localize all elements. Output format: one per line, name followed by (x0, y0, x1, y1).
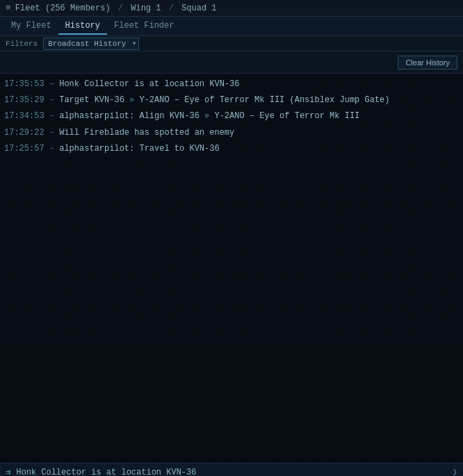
dash-1: – (49, 79, 59, 89)
text-4: Will Fireblade has spotted an enemy (59, 128, 234, 138)
tab-history[interactable]: History (58, 18, 107, 35)
fleet-label: Fleet (256 Members) (15, 3, 111, 13)
history-content: 17:35:53 – Honk Collector is at location… (0, 74, 463, 345)
sep2: / (169, 3, 174, 13)
timestamp-1: 17:35:53 (4, 79, 44, 89)
log-entry-2: 17:35:29 – Target KVN-36 » Y-2ANO – Eye … (4, 92, 459, 108)
filters-bar: Filters Broadcast History ▼ (0, 36, 463, 51)
status-broadcast-icon: ⇉ (6, 467, 10, 476)
text-2: Target KVN-36 » Y-2ANO – Eye of Terror M… (59, 95, 389, 105)
log-entry-3: 17:34:53 – alphastarpilot: Align KVN-36 … (4, 108, 459, 124)
status-bar: ⇉ Honk Collector is at location KVN-36 ❯ (0, 463, 463, 476)
clear-history-button[interactable]: Clear History (398, 56, 457, 69)
text-3: alphastarpilot: Align KVN-36 » Y-2ANO – … (59, 111, 359, 121)
squad-label: Squad 1 (181, 3, 216, 13)
timestamp-2: 17:35:29 (4, 95, 44, 105)
breadcrumb: Fleet (256 Members) / Wing 1 / Squad 1 (15, 3, 217, 13)
text-1: Honk Collector is at location KVN-36 (59, 79, 239, 89)
action-bar: Clear History (0, 51, 463, 74)
text-5: alphastarpilot: Travel to KVN-36 (59, 144, 219, 154)
empty-space (0, 345, 463, 463)
dash-2: – (49, 95, 59, 105)
status-chevron-icon: ❯ (453, 467, 457, 476)
dropdown-label: Broadcast History (48, 40, 126, 48)
dash-4: – (49, 128, 59, 138)
chevron-down-icon: ▼ (133, 40, 136, 47)
timestamp-4: 17:29:22 (4, 128, 44, 138)
tab-fleet-finder[interactable]: Fleet Finder (107, 18, 181, 35)
log-entry-1: 17:35:53 – Honk Collector is at location… (4, 76, 459, 92)
log-entry-5: 17:25:57 – alphastarpilot: Travel to KVN… (4, 141, 459, 157)
dash-5: – (49, 144, 59, 154)
wing-label: Wing 1 (131, 3, 161, 13)
dash-3: – (49, 111, 59, 121)
log-entry-4: 17:29:22 – Will Fireblade has spotted an… (4, 125, 459, 141)
filters-label: Filters (6, 40, 38, 48)
broadcast-history-dropdown[interactable]: Broadcast History ▼ (43, 38, 139, 50)
top-bar: ≡ Fleet (256 Members) / Wing 1 / Squad 1 (0, 0, 463, 17)
sep1: / (118, 3, 123, 13)
timestamp-3: 17:34:53 (4, 111, 44, 121)
tab-my-fleet[interactable]: My Fleet (4, 18, 58, 35)
status-text: Honk Collector is at location KVN-36 (16, 468, 453, 477)
timestamp-5: 17:25:57 (4, 144, 44, 154)
tabs-bar: My Fleet History Fleet Finder (0, 17, 463, 36)
fleet-icon: ≡ (6, 3, 11, 13)
